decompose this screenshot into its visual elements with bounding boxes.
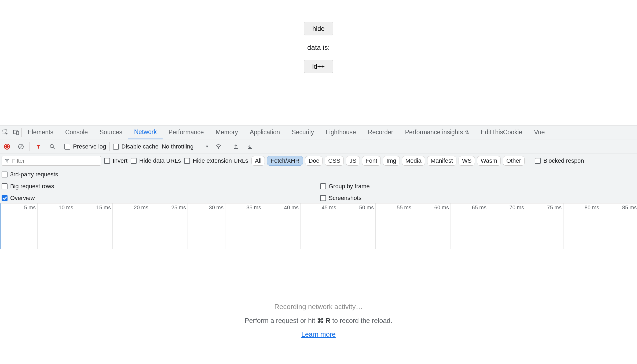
devtools-tab-strip: ElementsConsoleSourcesNetworkPerformance…: [0, 125, 637, 139]
tab-network[interactable]: Network: [128, 125, 163, 139]
tab-performance-insights[interactable]: Performance insights⚗: [399, 125, 475, 139]
third-party-label: 3rd-party requests: [10, 171, 58, 178]
tab-recorder[interactable]: Recorder: [362, 125, 399, 139]
tab-vue[interactable]: Vue: [528, 125, 551, 139]
timeline-tick: 15 ms: [75, 203, 113, 249]
id-increment-button[interactable]: id++: [304, 60, 333, 73]
preserve-log-checkbox[interactable]: Preserve log: [64, 143, 106, 150]
pill-ws[interactable]: WS: [459, 156, 475, 166]
hide-extension-urls-label: Hide extension URLs: [193, 157, 248, 164]
tab-console[interactable]: Console: [59, 125, 94, 139]
tab-performance[interactable]: Performance: [163, 125, 210, 139]
filter-text-field[interactable]: [12, 158, 98, 164]
toolbar-divider: [227, 142, 227, 151]
display-options-row: Big request rows Overview Group by frame…: [0, 181, 637, 203]
pill-fetchxhr[interactable]: Fetch/XHR: [267, 156, 303, 166]
pill-manifest[interactable]: Manifest: [427, 156, 456, 166]
record-button[interactable]: [2, 141, 12, 152]
pill-wasm[interactable]: Wasm: [477, 156, 501, 166]
timeline-tick: 75 ms: [526, 203, 563, 249]
throttling-value: No throttling: [162, 143, 194, 150]
learn-more-link[interactable]: Learn more: [301, 330, 336, 338]
recording-text: Recording network activity…: [274, 303, 363, 311]
tab-security[interactable]: Security: [286, 125, 320, 139]
hint-text: Perform a request or hit ⌘ R to record t…: [245, 317, 392, 325]
pill-css[interactable]: CSS: [325, 156, 344, 166]
screenshots-label: Screenshots: [329, 195, 361, 202]
tab-lighthouse[interactable]: Lighthouse: [320, 125, 362, 139]
hide-data-urls-label: Hide data URLs: [139, 157, 181, 164]
timeline-overview[interactable]: 5 ms10 ms15 ms20 ms25 ms30 ms35 ms40 ms4…: [0, 203, 637, 249]
pill-media[interactable]: Media: [402, 156, 425, 166]
blocked-response-label: Blocked respon: [543, 157, 584, 164]
page-content: hide data is: id++: [0, 0, 637, 125]
toolbar-divider: [30, 142, 30, 151]
tab-elements[interactable]: Elements: [22, 125, 59, 139]
filter-toggle-icon[interactable]: [33, 141, 44, 152]
filter-input[interactable]: [2, 156, 101, 166]
disable-cache-checkbox[interactable]: Disable cache: [113, 143, 159, 150]
toolbar-divider: [61, 142, 61, 151]
preserve-log-label: Preserve log: [73, 143, 106, 150]
funnel-icon: [5, 158, 9, 163]
svg-point-5: [50, 144, 53, 148]
toolbar-divider: [109, 142, 110, 151]
invert-label: Invert: [113, 157, 127, 164]
disable-cache-label: Disable cache: [122, 143, 159, 150]
third-party-checkbox[interactable]: 3rd-party requests: [2, 171, 58, 178]
timeline-tick: 60 ms: [413, 203, 451, 249]
timeline-tick: 5 ms: [0, 203, 38, 249]
big-request-rows-label: Big request rows: [10, 183, 54, 190]
network-filter-bar: Invert Hide data URLs Hide extension URL…: [0, 154, 637, 168]
pill-doc[interactable]: Doc: [305, 156, 323, 166]
overview-checkbox[interactable]: Overview: [2, 195, 317, 202]
hide-extension-urls-checkbox[interactable]: Hide extension URLs: [184, 157, 248, 164]
type-filter-pills: AllFetch/XHRDocCSSJSFontImgMediaManifest…: [251, 156, 525, 166]
upload-har-icon[interactable]: [230, 141, 241, 152]
pill-js[interactable]: JS: [346, 156, 360, 166]
device-toggle-icon[interactable]: [11, 127, 21, 138]
pill-img[interactable]: Img: [383, 156, 400, 166]
flask-icon: ⚗: [465, 129, 469, 135]
data-is-text: data is:: [307, 43, 330, 52]
throttling-select[interactable]: No throttling ▼: [162, 143, 210, 150]
devtools-panel: ElementsConsoleSourcesNetworkPerformance…: [0, 125, 637, 364]
screenshots-checkbox[interactable]: Screenshots: [320, 195, 635, 202]
tabs-container: ElementsConsoleSourcesNetworkPerformance…: [22, 125, 551, 139]
svg-point-7: [218, 148, 219, 149]
clear-button[interactable]: [16, 141, 26, 152]
network-conditions-icon[interactable]: [213, 141, 224, 152]
hide-data-urls-checkbox[interactable]: Hide data URLs: [131, 157, 181, 164]
timeline-tick: 55 ms: [376, 203, 413, 249]
big-request-rows-checkbox[interactable]: Big request rows: [2, 183, 317, 190]
tab-application[interactable]: Application: [244, 125, 286, 139]
search-icon[interactable]: [47, 141, 58, 152]
pill-other[interactable]: Other: [503, 156, 525, 166]
timeline-tick: 20 ms: [113, 203, 150, 249]
timeline-tick: 80 ms: [563, 203, 601, 249]
third-party-filter-bar: 3rd-party requests: [0, 168, 637, 181]
timeline-tick: 65 ms: [451, 203, 488, 249]
inspect-element-icon[interactable]: [0, 127, 11, 138]
timeline-tick: 10 ms: [38, 203, 75, 249]
network-toolbar-main: Preserve log Disable cache No throttling…: [0, 139, 637, 154]
timeline-tick: 35 ms: [225, 203, 263, 249]
tab-sources[interactable]: Sources: [94, 125, 128, 139]
group-by-frame-checkbox[interactable]: Group by frame: [320, 183, 635, 190]
pill-all[interactable]: All: [251, 156, 265, 166]
tab-editthiscookie[interactable]: EditThisCookie: [475, 125, 528, 139]
timeline-tick: 50 ms: [338, 203, 376, 249]
timeline-tick: 40 ms: [263, 203, 301, 249]
pill-font[interactable]: Font: [362, 156, 381, 166]
tab-memory[interactable]: Memory: [210, 125, 244, 139]
hide-button[interactable]: hide: [304, 22, 333, 35]
invert-checkbox[interactable]: Invert: [104, 157, 127, 164]
timeline-tick: 30 ms: [188, 203, 225, 249]
blocked-response-checkbox[interactable]: Blocked respon: [535, 157, 584, 164]
timeline-tick: 70 ms: [488, 203, 526, 249]
download-har-icon[interactable]: [244, 141, 255, 152]
overview-label: Overview: [10, 195, 35, 202]
svg-line-4: [19, 145, 23, 148]
timeline-tick: 85 ms: [601, 203, 637, 249]
timeline-tick: 45 ms: [301, 203, 338, 249]
